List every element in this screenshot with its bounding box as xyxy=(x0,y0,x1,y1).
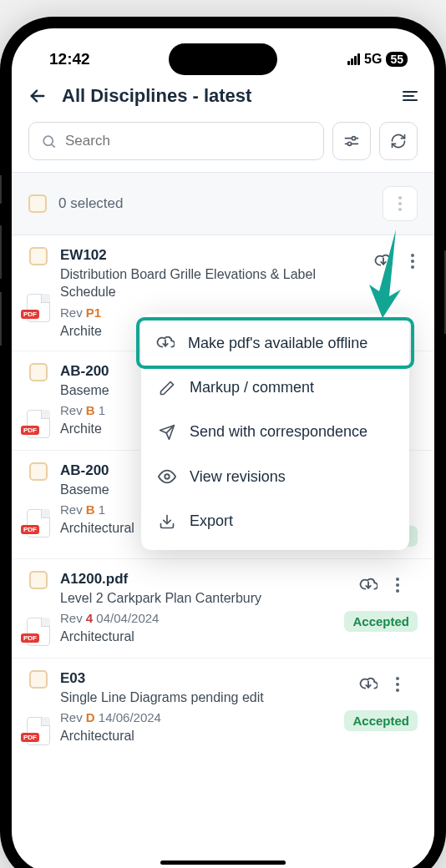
pdf-badge: PDF xyxy=(21,426,39,435)
toolbar xyxy=(12,117,434,173)
item-code: A1200.pdf xyxy=(60,571,332,588)
app-header: All Disciplines - latest xyxy=(12,75,434,117)
svg-point-4 xyxy=(352,137,355,140)
svg-point-6 xyxy=(347,142,351,145)
download-icon xyxy=(158,513,176,530)
pdf-thumbnail: PDF xyxy=(27,410,50,438)
item-description: Single Line Diagrams pending edit xyxy=(60,689,332,707)
pdf-badge: PDF xyxy=(21,633,39,643)
network-label: 5G xyxy=(364,52,382,67)
cloud-download-icon xyxy=(156,334,175,352)
list-item[interactable]: PDF E03 Single Line Diagrams pending edi… xyxy=(12,659,434,757)
item-code: E03 xyxy=(60,670,332,687)
svg-line-2 xyxy=(52,144,55,148)
status-badge: Accepted xyxy=(344,710,418,731)
download-button[interactable] xyxy=(374,252,393,270)
volume-down-button xyxy=(0,292,2,346)
download-button[interactable] xyxy=(359,675,378,694)
menu-item-label: Make pdf's available offline xyxy=(188,335,367,352)
pdf-badge: PDF xyxy=(21,733,39,742)
cloud-download-icon xyxy=(359,576,378,594)
menu-item-label: Send with correspondence xyxy=(190,423,367,441)
side-button xyxy=(0,175,2,204)
item-revision: Rev 4 04/04/2024 xyxy=(60,611,332,625)
menu-export[interactable]: Export xyxy=(141,499,409,543)
menu-markup[interactable]: Markup / comment xyxy=(141,366,409,410)
item-checkbox[interactable] xyxy=(29,670,48,689)
status-time: 12:42 xyxy=(49,50,90,68)
pdf-badge: PDF xyxy=(21,525,39,534)
send-icon xyxy=(158,424,176,441)
screen: 12:42 5G 55 All Disciplines - latest xyxy=(12,28,434,868)
item-checkbox[interactable] xyxy=(29,571,48,589)
menu-revisions[interactable]: View revisions xyxy=(141,454,409,499)
menu-send[interactable]: Send with correspondence xyxy=(141,410,409,454)
search-input[interactable] xyxy=(65,133,312,149)
dynamic-island xyxy=(169,43,277,75)
battery-icon: 55 xyxy=(386,52,408,67)
status-right: 5G 55 xyxy=(347,52,408,67)
back-button[interactable] xyxy=(28,87,47,105)
menu-item-label: Export xyxy=(190,512,233,530)
sliders-icon xyxy=(343,133,360,149)
pdf-thumbnail: PDF xyxy=(27,509,50,537)
more-vertical-icon xyxy=(396,677,399,692)
item-category: Architectural xyxy=(60,629,332,644)
pdf-badge: PDF xyxy=(21,310,39,319)
refresh-button[interactable] xyxy=(379,122,418,160)
selection-more-button[interactable] xyxy=(383,186,418,221)
pdf-thumbnail: PDF xyxy=(27,618,50,646)
item-revision: Rev D 14/06/2024 xyxy=(60,710,332,724)
eye-icon xyxy=(158,467,176,486)
download-button[interactable] xyxy=(359,576,378,594)
pdf-thumbnail: PDF xyxy=(27,717,50,745)
item-checkbox[interactable] xyxy=(29,363,48,381)
page-title: All Disciplines - latest xyxy=(62,85,403,107)
item-more-button[interactable] xyxy=(408,250,418,272)
status-badge: Accepted xyxy=(344,611,418,632)
search-icon xyxy=(41,134,57,149)
more-vertical-icon xyxy=(398,196,402,211)
menu-make-offline[interactable]: Make pdf's available offline xyxy=(139,320,411,366)
svg-point-13 xyxy=(165,474,170,479)
item-category: Architectural xyxy=(60,729,332,744)
pdf-thumbnail: PDF xyxy=(27,294,50,322)
signal-icon xyxy=(347,53,360,65)
list-item[interactable]: PDF A1200.pdf Level 2 Carkpark Plan Cant… xyxy=(12,559,434,659)
home-indicator xyxy=(160,860,286,865)
item-more-button[interactable] xyxy=(393,674,403,695)
refresh-icon xyxy=(390,133,407,149)
selection-count: 0 selected xyxy=(58,195,371,212)
item-description: Level 2 Carkpark Plan Canterbury xyxy=(60,590,332,608)
drawer-toggle-button[interactable] xyxy=(403,91,418,101)
pencil-icon xyxy=(158,380,176,396)
item-checkbox[interactable] xyxy=(29,247,48,265)
filter-button[interactable] xyxy=(332,122,371,160)
menu-item-label: View revisions xyxy=(190,468,286,486)
cloud-download-icon xyxy=(359,675,378,694)
select-all-checkbox[interactable] xyxy=(28,194,47,213)
selection-bar: 0 selected xyxy=(12,173,434,235)
menu-item-label: Markup / comment xyxy=(190,379,314,396)
volume-up-button xyxy=(0,225,2,279)
context-menu: Make pdf's available offline Markup / co… xyxy=(141,314,409,550)
more-vertical-icon xyxy=(396,578,399,593)
more-vertical-icon xyxy=(411,254,414,269)
svg-point-1 xyxy=(43,136,53,145)
phone-frame: 12:42 5G 55 All Disciplines - latest xyxy=(0,17,446,868)
search-box[interactable] xyxy=(28,122,324,160)
item-description: Distribution Board Grille Elevations & L… xyxy=(60,266,362,301)
item-code: EW102 xyxy=(60,247,362,264)
item-checkbox[interactable] xyxy=(29,462,48,481)
cloud-download-icon xyxy=(374,252,393,270)
item-more-button[interactable] xyxy=(393,574,403,596)
